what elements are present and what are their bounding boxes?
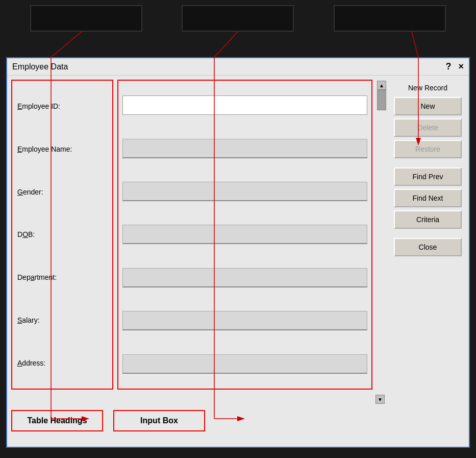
help-button[interactable]: ? bbox=[445, 61, 451, 72]
annotation-area: Table Headings Input Box bbox=[7, 406, 469, 447]
input-box-annotation: Input Box bbox=[113, 410, 205, 431]
label-salary: Salary: bbox=[17, 314, 107, 326]
input-salary[interactable] bbox=[122, 311, 367, 330]
scroll-bottom-area: ▼ bbox=[7, 394, 390, 406]
employee-data-dialog: Employee Data ? × Employee ID: Employee … bbox=[6, 57, 470, 448]
scroll-up-button[interactable]: ▲ bbox=[377, 81, 386, 90]
input-dob[interactable] bbox=[122, 225, 367, 244]
scrollbar[interactable]: ▲ bbox=[377, 80, 387, 390]
dialog-titlebar: Employee Data ? × bbox=[7, 58, 469, 76]
new-button[interactable]: New bbox=[394, 97, 462, 115]
input-employee-id[interactable] bbox=[122, 95, 367, 115]
input-address[interactable] bbox=[122, 354, 367, 374]
top-bar-3 bbox=[334, 5, 446, 32]
find-prev-button[interactable]: Find Prev bbox=[394, 167, 462, 186]
top-bar-1 bbox=[30, 5, 142, 32]
restore-button[interactable]: Restore bbox=[394, 140, 462, 158]
scroll-thumb[interactable] bbox=[377, 90, 386, 110]
scroll-down-button[interactable]: ▼ bbox=[375, 395, 385, 404]
dialog-body: Employee ID: Employee Name: Gender: DOB:… bbox=[7, 76, 469, 394]
label-department: Department: bbox=[17, 271, 107, 283]
label-employee-id: Employee ID: bbox=[17, 100, 107, 112]
table-headings-annotation: Table Headings bbox=[11, 410, 103, 431]
find-next-button[interactable]: Find Next bbox=[394, 189, 462, 207]
input-box-area bbox=[117, 80, 372, 390]
input-gender[interactable] bbox=[122, 182, 367, 201]
input-employee-name[interactable] bbox=[122, 139, 367, 158]
delete-button[interactable]: Delete bbox=[394, 118, 462, 137]
label-employee-name: Employee Name: bbox=[17, 143, 107, 155]
input-department[interactable] bbox=[122, 268, 367, 287]
table-headings-area: Employee ID: Employee Name: Gender: DOB:… bbox=[11, 80, 113, 390]
close-button[interactable]: Close bbox=[394, 238, 462, 256]
dialog-title: Employee Data bbox=[12, 62, 68, 71]
close-icon[interactable]: × bbox=[458, 61, 464, 72]
buttons-area: New Record New Delete Restore Find Prev … bbox=[391, 80, 465, 390]
label-dob: DOB: bbox=[17, 228, 107, 240]
label-address: Address: bbox=[17, 357, 107, 369]
label-gender: Gender: bbox=[17, 186, 107, 198]
top-bar-2 bbox=[182, 5, 294, 32]
criteria-button[interactable]: Criteria bbox=[394, 210, 462, 229]
new-record-label: New Record bbox=[394, 83, 462, 94]
dialog-controls: ? × bbox=[445, 61, 464, 72]
